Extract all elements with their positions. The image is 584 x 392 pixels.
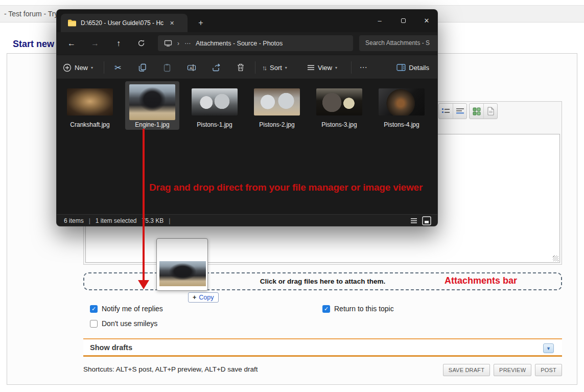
copy-badge-label: Copy	[199, 294, 214, 301]
file-tile-pistons-3[interactable]: Pistons-3.jpg	[312, 81, 366, 130]
attach-drop-text: Click or drag files here to attach them.	[260, 278, 385, 285]
file-tile-engine-selected[interactable]: Engine-1.jpg	[125, 81, 179, 130]
tab-close-icon[interactable]: ✕	[170, 20, 174, 27]
show-drafts-dropdown-button[interactable]: ▼	[543, 343, 554, 353]
plus-icon: +	[193, 294, 196, 301]
share-icon	[212, 63, 221, 72]
details-button[interactable]: Details	[396, 55, 429, 80]
explorer-toolbar: New ▾ ✂ A	[57, 55, 437, 79]
show-drafts-label: Show drafts	[83, 343, 132, 352]
file-name: Pistons-3.jpg	[312, 121, 366, 128]
path-overflow-icon[interactable]: ⋯	[184, 40, 191, 47]
copy-icon	[138, 63, 147, 72]
this-pc-icon	[164, 40, 172, 47]
address-path[interactable]: Attachments - Source - Photos	[196, 40, 283, 47]
new-tab-button[interactable]: +	[194, 14, 208, 32]
file-thumbnail	[192, 88, 238, 116]
copy-button[interactable]	[134, 59, 151, 76]
notify-checkbox[interactable]: ✓	[90, 305, 98, 313]
file-tile-pistons-1[interactable]: Pistons-1.jpg	[188, 81, 242, 130]
paste-icon	[163, 63, 171, 72]
address-bar[interactable]: › ⋯ Attachments - Source - Photos	[158, 35, 353, 51]
view-button[interactable]: View ▾	[307, 55, 337, 80]
toolbar-divider	[255, 61, 255, 74]
preview-button[interactable]: PREVIEW	[494, 364, 531, 376]
paste-button[interactable]	[159, 59, 175, 76]
file-thumbnail	[254, 88, 300, 116]
details-panel-icon	[396, 64, 406, 71]
new-label: New	[75, 64, 88, 72]
sort-arrows-icon: ↑↓	[262, 64, 266, 72]
resize-grip[interactable]	[553, 256, 558, 261]
notify-label: Notify me of replies	[102, 305, 163, 313]
drag-copy-badge: + Copy	[188, 292, 219, 303]
file-tile-crankshaft[interactable]: Crankshaft.jpg	[63, 81, 117, 130]
horizontal-rule-button[interactable]	[453, 104, 466, 119]
maximize-button[interactable]	[396, 15, 410, 27]
file-explorer-window: D:\6520 - User Guide\075 - Hc ✕ + – ✕ ← …	[56, 9, 438, 226]
delete-button[interactable]	[232, 59, 249, 76]
chevron-down-icon: ▾	[335, 65, 337, 70]
forward-icon[interactable]: →	[88, 32, 102, 55]
return-topic-checkbox[interactable]: ✓	[322, 305, 330, 313]
cut-button[interactable]: ✂	[110, 59, 126, 76]
list-view-icon[interactable]	[410, 217, 418, 225]
file-tile-pistons-2[interactable]: Pistons-2.jpg	[250, 81, 304, 130]
status-separator: |	[89, 217, 90, 224]
tab-title: D:\6520 - User Guide\075 - Hc	[81, 19, 168, 27]
plus-circle-icon	[63, 63, 72, 72]
view-label: View	[318, 64, 332, 72]
rename-button[interactable]: A	[183, 59, 200, 76]
new-button[interactable]: New ▾	[63, 55, 93, 80]
toggle-view-button[interactable]	[470, 104, 483, 119]
file-thumbnail	[316, 88, 362, 116]
horizontal-rule-icon	[456, 107, 464, 115]
explorer-tab[interactable]: D:\6520 - User Guide\075 - Hc ✕	[61, 14, 188, 32]
refresh-icon[interactable]	[134, 32, 148, 55]
form-buttons: SAVE DRAFT PREVIEW POST	[443, 364, 562, 376]
screenshot-root: - Test forum - Try Start new	[0, 0, 584, 392]
show-drafts-bar[interactable]: Show drafts ▼	[83, 338, 562, 357]
search-input[interactable]: Search Attachments - S	[359, 35, 438, 51]
thumbnail-view-icon[interactable]	[422, 216, 431, 225]
option-no-smileys: Don't use smileys	[90, 319, 157, 328]
view-icon	[307, 64, 315, 71]
file-tile-pistons-4[interactable]: Pistons-4.jpg	[375, 81, 429, 130]
sort-label: Sort	[270, 64, 282, 72]
share-button[interactable]	[208, 59, 224, 76]
chevron-down-icon: ▼	[546, 346, 551, 351]
more-options-button[interactable]: ⋯	[355, 59, 371, 76]
minimize-button[interactable]: –	[372, 15, 387, 27]
shortcuts-text: Shortcuts: ALT+S post, ALT+P preview, AL…	[83, 365, 258, 373]
option-notify: ✓ Notify me of replies	[90, 305, 163, 313]
sort-button[interactable]: ↑↓ Sort ▾	[262, 55, 287, 80]
file-thumbnail	[129, 84, 175, 120]
status-selected: 1 item selected	[96, 217, 137, 224]
toolbar-divider	[104, 61, 104, 74]
no-smileys-checkbox[interactable]	[90, 320, 98, 328]
scissors-icon: ✂	[114, 63, 121, 73]
file-name: Pistons-4.jpg	[375, 121, 429, 128]
up-icon[interactable]: ↑	[112, 32, 125, 55]
no-smileys-label: Don't use smileys	[102, 319, 157, 328]
drag-drop-annotation: Drag and drop direct from your file mana…	[149, 182, 423, 193]
attachments-drop-zone[interactable]: Click or drag files here to attach them.…	[83, 272, 562, 290]
more-icon: ⋯	[360, 63, 367, 72]
file-name: Engine-1.jpg	[125, 121, 179, 128]
unordered-list-icon	[441, 107, 450, 115]
attachments-bar-annotation: Attachments bar	[445, 275, 517, 286]
maximize-icon	[401, 18, 406, 23]
source-view-button[interactable]	[483, 104, 497, 119]
file-thumbnail	[379, 88, 425, 116]
back-icon[interactable]: ←	[65, 32, 78, 55]
save-draft-button[interactable]: SAVE DRAFT	[443, 364, 490, 376]
post-button[interactable]: POST	[535, 364, 562, 376]
status-separator: |	[169, 217, 170, 224]
return-topic-label: Return to this topic	[334, 305, 394, 313]
file-name: Pistons-1.jpg	[188, 121, 242, 128]
close-button[interactable]: ✕	[419, 15, 434, 27]
editor-toolbar-group-lists	[438, 103, 467, 119]
rename-icon: A	[187, 64, 196, 72]
details-label: Details	[409, 64, 429, 72]
unordered-list-button[interactable]	[439, 104, 453, 119]
